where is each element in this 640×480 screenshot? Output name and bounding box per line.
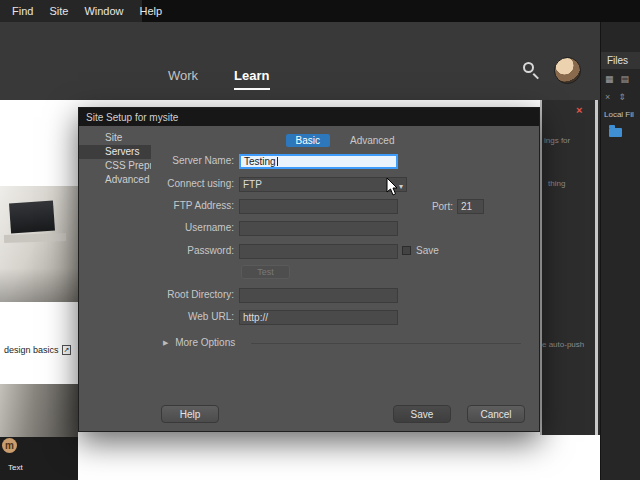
save-button[interactable]: Save bbox=[393, 405, 451, 423]
search-icon[interactable] bbox=[523, 62, 534, 73]
panel-close-icon[interactable]: × bbox=[605, 92, 610, 102]
scrollbar[interactable] bbox=[595, 100, 598, 435]
tab-basic[interactable]: Basic bbox=[286, 134, 330, 147]
panel-list-icon[interactable]: ▤ bbox=[621, 74, 630, 84]
test-button[interactable]: Test bbox=[241, 265, 290, 279]
menu-help[interactable]: Help bbox=[132, 5, 171, 17]
panel-grid-icon[interactable]: ▦ bbox=[605, 74, 614, 84]
save-password-label: Save bbox=[416, 244, 439, 258]
dialog-title: Site Setup for mysite bbox=[86, 112, 178, 123]
page-photo-laptop bbox=[0, 186, 78, 302]
web-url-input[interactable] bbox=[239, 310, 398, 325]
cancel-button[interactable]: Cancel bbox=[467, 405, 525, 423]
mouse-cursor-icon bbox=[386, 177, 400, 197]
menu-window[interactable]: Window bbox=[76, 5, 131, 17]
ftp-address-label: FTP Address: bbox=[99, 199, 234, 213]
tab-learn[interactable]: Learn bbox=[234, 68, 269, 90]
tab-advanced[interactable]: Advanced bbox=[340, 134, 404, 147]
laptop-screen-shape bbox=[9, 201, 55, 234]
laptop-base-shape bbox=[4, 233, 66, 243]
header-tabs: Work Learn bbox=[168, 68, 270, 90]
panel-edge bbox=[540, 100, 542, 435]
server-name-value: Testing bbox=[244, 156, 276, 167]
connect-using-select[interactable]: FTP ▾ bbox=[239, 177, 407, 192]
username-input[interactable] bbox=[239, 221, 398, 236]
root-directory-input[interactable] bbox=[239, 288, 398, 303]
start-screen-header: Work Learn bbox=[0, 22, 600, 100]
panel-icon-row: × ⇕ bbox=[605, 92, 626, 102]
app-menubar: Find Site Window Help bbox=[0, 0, 640, 22]
divider bbox=[251, 343, 521, 344]
folder-icon[interactable] bbox=[609, 128, 622, 137]
sidebar-item-site[interactable]: Site bbox=[79, 131, 151, 145]
panel-text-fragment: thing bbox=[548, 179, 565, 188]
panel-text-fragment: ings for bbox=[544, 136, 570, 145]
connect-using-label: Connect using: bbox=[99, 177, 234, 191]
username-label: Username: bbox=[99, 221, 234, 235]
server-mode-tabs: Basic Advanced bbox=[151, 134, 539, 147]
screen: Find Site Window Help Work Learn design … bbox=[0, 0, 640, 480]
files-panel-tab[interactable]: Files bbox=[601, 52, 640, 69]
menu-find[interactable]: Find bbox=[0, 5, 41, 17]
tab-work[interactable]: Work bbox=[168, 68, 198, 90]
dialog-titlebar[interactable]: Site Setup for mysite bbox=[79, 108, 539, 126]
menu-site[interactable]: Site bbox=[41, 5, 76, 17]
panel-expand-icon[interactable]: ⇕ bbox=[618, 92, 626, 102]
panel-icon-row: ▦ ▤ bbox=[605, 74, 629, 84]
port-input[interactable] bbox=[457, 199, 484, 214]
disclosure-triangle-icon: ▶ bbox=[163, 339, 168, 346]
web-url-label: Web URL: bbox=[99, 310, 234, 324]
panel-text-fragment: e auto-push bbox=[542, 340, 584, 349]
connect-using-value: FTP bbox=[243, 179, 262, 190]
page-footer-strip: m Text bbox=[0, 437, 78, 480]
dialog-sidebar: Site Servers CSS Prepro Advanced bbox=[79, 126, 151, 431]
server-name-label: Server Name: bbox=[99, 154, 234, 168]
avatar[interactable] bbox=[554, 57, 581, 84]
more-options-label: More Options bbox=[175, 337, 235, 348]
more-options-toggle[interactable]: ▶ More Options bbox=[163, 337, 235, 348]
design-basics-label: design basics bbox=[4, 345, 59, 355]
design-basics-link[interactable]: design basics ↗ bbox=[4, 345, 71, 355]
page-photo-keyboard bbox=[0, 384, 78, 437]
password-label: Password: bbox=[99, 244, 234, 258]
menubar-items: Find Site Window Help bbox=[0, 0, 142, 22]
help-button[interactable]: Help bbox=[161, 405, 219, 423]
text-section-label: Text bbox=[8, 463, 23, 472]
files-panel: Files ▦ ▤ × ⇕ Local Fil bbox=[600, 22, 640, 480]
site-setup-dialog: Site Setup for mysite Site Servers CSS P… bbox=[78, 107, 540, 432]
text-caret bbox=[277, 157, 278, 166]
photo-shadow bbox=[0, 268, 78, 302]
background-panel: ings for thing e auto-push × bbox=[540, 100, 600, 435]
local-files-label: Local Fil bbox=[604, 110, 640, 119]
site-logo: m bbox=[2, 438, 17, 453]
external-link-icon: ↗ bbox=[62, 345, 72, 355]
server-name-input[interactable]: Testing bbox=[239, 154, 398, 169]
panel-close-icon[interactable]: × bbox=[576, 104, 582, 116]
ftp-address-input[interactable] bbox=[239, 199, 398, 214]
password-input[interactable] bbox=[239, 244, 398, 259]
port-label: Port: bbox=[409, 199, 453, 214]
save-password-checkbox[interactable] bbox=[402, 246, 411, 255]
root-directory-label: Root Directory: bbox=[99, 288, 234, 302]
